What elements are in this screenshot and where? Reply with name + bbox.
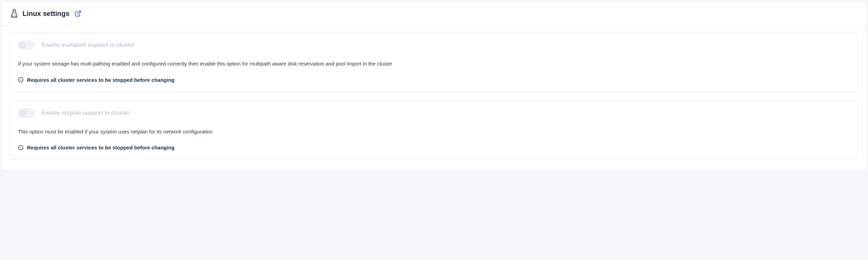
netplan-warning-text: Requires all cluster services to be stop… (27, 145, 175, 150)
page-title: Linux settings (23, 10, 70, 18)
netplan-toggle[interactable] (18, 109, 35, 118)
toggle-knob (19, 42, 26, 49)
svg-point-0 (13, 10, 14, 11)
netplan-setting-card: Enable netplan support in cluster This o… (10, 101, 858, 160)
netplan-toggle-label: Enable netplan support in cluster (42, 110, 129, 116)
svg-point-1 (15, 10, 15, 11)
panel-content: Enable multipath support in cluster If y… (2, 26, 866, 170)
multipath-toggle[interactable] (18, 41, 35, 50)
netplan-description: This option must be enabled if your syst… (18, 128, 850, 136)
svg-point-2 (13, 13, 16, 16)
info-icon (18, 77, 24, 83)
svg-line-3 (77, 11, 80, 14)
info-icon (18, 145, 24, 150)
multipath-description: If your system storage has multi-pathing… (18, 60, 850, 68)
multipath-setting-card: Enable multipath support in cluster If y… (10, 33, 858, 92)
panel-header: Linux settings (2, 2, 866, 26)
netplan-toggle-row: Enable netplan support in cluster (18, 109, 850, 118)
multipath-toggle-row: Enable multipath support in cluster (18, 41, 850, 50)
multipath-toggle-label: Enable multipath support in cluster (42, 42, 134, 48)
external-link-icon[interactable] (74, 10, 81, 17)
multipath-warning-row: Requires all cluster services to be stop… (18, 77, 850, 83)
multipath-warning-text: Requires all cluster services to be stop… (27, 77, 175, 83)
linux-icon (10, 9, 18, 18)
linux-settings-panel: Linux settings Enable multipath support … (1, 1, 867, 171)
netplan-warning-row: Requires all cluster services to be stop… (18, 145, 850, 150)
toggle-knob (19, 110, 26, 116)
